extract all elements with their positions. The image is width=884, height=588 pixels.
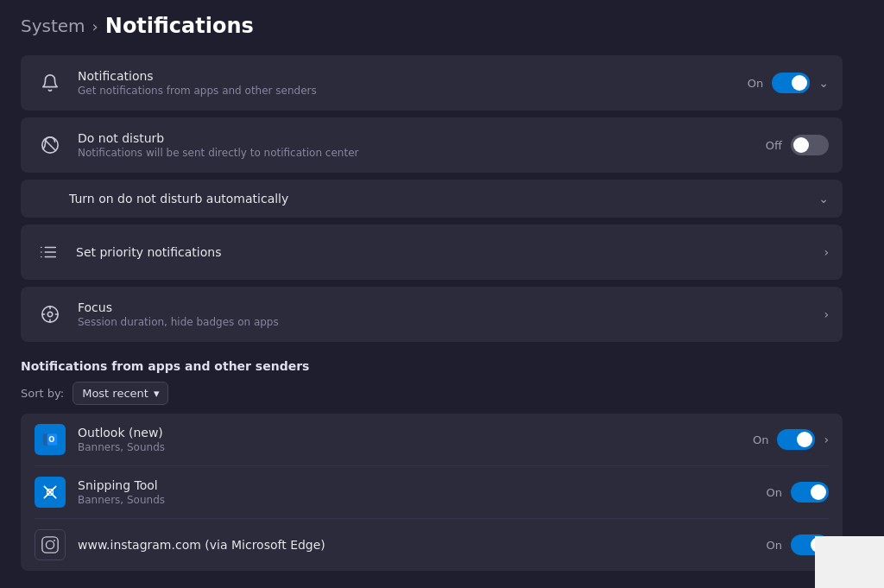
- outlook-title: Outlook (new): [78, 426, 753, 439]
- snipping-title: Snipping Tool: [78, 478, 767, 492]
- snipping-icon: [35, 477, 66, 508]
- instagram-title: www.instagram.com (via Microsoft Edge): [78, 538, 767, 552]
- focus-card: Focus Session duration, hide badges on a…: [21, 287, 843, 342]
- instagram-row[interactable]: www.instagram.com (via Microsoft Edge) O…: [21, 519, 843, 571]
- notifications-subtitle: Get notifications from apps and other se…: [78, 85, 748, 97]
- svg-rect-19: [42, 537, 58, 553]
- notifications-content: Notifications Get notifications from app…: [78, 69, 748, 97]
- scroll-indicator: [815, 536, 884, 588]
- notifications-card: Notifications Get notifications from app…: [21, 55, 843, 111]
- snipping-content: Snipping Tool Banners, Sounds: [78, 478, 767, 506]
- focus-right: ›: [824, 307, 829, 321]
- svg-line-1: [45, 140, 56, 151]
- svg-text:O: O: [48, 435, 54, 444]
- notifications-chevron: ⌄: [818, 76, 829, 90]
- instagram-content: www.instagram.com (via Microsoft Edge): [78, 538, 767, 552]
- snipping-row[interactable]: Snipping Tool Banners, Sounds On: [21, 466, 843, 518]
- auto-dnd-title: Turn on do not disturb automatically: [69, 192, 818, 205]
- priority-title: Set priority notifications: [76, 245, 824, 259]
- auto-dnd-row[interactable]: Turn on do not disturb automatically ⌄: [21, 180, 843, 218]
- auto-dnd-card: Turn on do not disturb automatically ⌄: [21, 180, 843, 218]
- notifications-toggle[interactable]: [772, 73, 810, 93]
- dnd-toggle[interactable]: [791, 135, 829, 155]
- outlook-row[interactable]: O Outlook (new) Banners, Sounds On ›: [21, 414, 843, 465]
- priority-chevron: ›: [824, 245, 829, 259]
- auto-dnd-chevron: ⌄: [818, 192, 829, 205]
- dnd-content: Do not disturb Notifications will be sen…: [78, 131, 766, 159]
- dnd-row[interactable]: Do not disturb Notifications will be sen…: [21, 117, 843, 173]
- dnd-subtitle: Notifications will be sent directly to n…: [78, 147, 766, 159]
- apps-card: O Outlook (new) Banners, Sounds On ›: [21, 414, 843, 571]
- focus-title: Focus: [78, 300, 824, 314]
- dnd-toggle-label: Off: [766, 139, 782, 152]
- notifications-title: Notifications: [78, 69, 748, 83]
- notifications-row[interactable]: Notifications Get notifications from app…: [21, 55, 843, 111]
- snipping-subtitle: Banners, Sounds: [78, 494, 767, 506]
- outlook-content: Outlook (new) Banners, Sounds: [78, 426, 753, 453]
- sort-label: Sort by:: [21, 387, 64, 400]
- breadcrumb-system[interactable]: System: [21, 16, 85, 36]
- breadcrumb: System › Notifications: [21, 14, 843, 38]
- page-container: System › Notifications Notifications Get…: [0, 0, 863, 588]
- svg-point-20: [46, 541, 54, 548]
- breadcrumb-current: Notifications: [105, 14, 254, 38]
- notifications-toggle-label: On: [748, 77, 763, 90]
- priority-card: Set priority notifications ›: [21, 224, 843, 280]
- auto-dnd-right: ⌄: [818, 192, 829, 205]
- priority-icon: [33, 237, 64, 268]
- auto-dnd-content: Turn on do not disturb automatically: [69, 192, 818, 205]
- focus-icon: [35, 299, 66, 330]
- focus-content: Focus Session duration, hide badges on a…: [78, 300, 824, 328]
- outlook-icon: O: [35, 424, 66, 455]
- bell-icon: [35, 67, 66, 98]
- svg-point-9: [47, 312, 53, 317]
- dnd-title: Do not disturb: [78, 131, 766, 145]
- sort-dropdown-arrow: ▾: [154, 387, 160, 400]
- svg-point-21: [54, 540, 55, 541]
- notifications-right: On ⌄: [748, 73, 829, 93]
- sort-row: Sort by: Most recent ▾: [21, 382, 843, 405]
- priority-right: ›: [824, 245, 829, 259]
- priority-content: Set priority notifications: [76, 245, 824, 259]
- snipping-toggle[interactable]: [791, 482, 829, 503]
- outlook-chevron: ›: [824, 433, 829, 446]
- breadcrumb-separator: ›: [92, 17, 98, 35]
- priority-row[interactable]: Set priority notifications ›: [21, 224, 843, 280]
- snipping-toggle-label: On: [767, 486, 782, 499]
- sort-dropdown[interactable]: Most recent ▾: [73, 382, 168, 405]
- instagram-toggle-label: On: [767, 539, 782, 552]
- focus-chevron: ›: [824, 307, 829, 321]
- snipping-right: On: [767, 482, 829, 503]
- focus-subtitle: Session duration, hide badges on apps: [78, 316, 824, 328]
- sort-value: Most recent: [82, 387, 148, 400]
- dnd-card: Do not disturb Notifications will be sen…: [21, 117, 843, 173]
- outlook-right: On ›: [753, 429, 829, 450]
- outlook-toggle-label: On: [753, 433, 768, 446]
- outlook-toggle[interactable]: [777, 429, 815, 450]
- instagram-icon: [35, 529, 66, 560]
- dnd-right: Off: [766, 135, 829, 155]
- dnd-icon: [35, 130, 66, 161]
- apps-section-header: Notifications from apps and other sender…: [21, 359, 843, 373]
- outlook-subtitle: Banners, Sounds: [78, 441, 753, 453]
- focus-row[interactable]: Focus Session duration, hide badges on a…: [21, 287, 843, 342]
